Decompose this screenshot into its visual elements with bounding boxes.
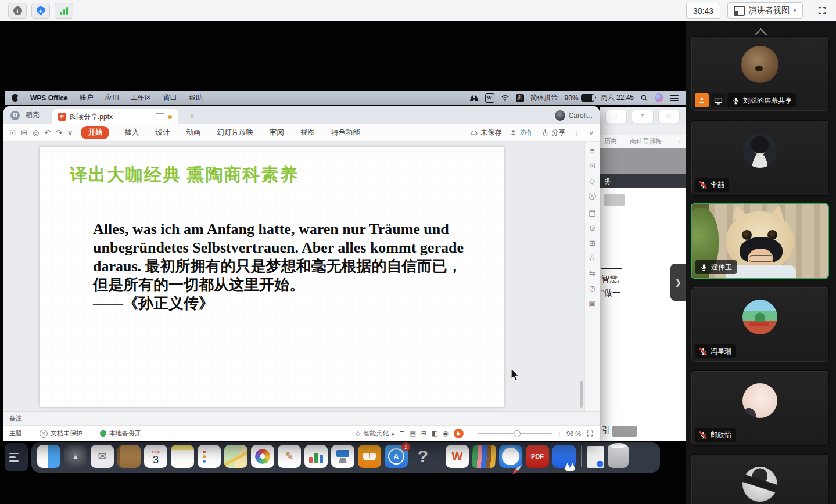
wps-office-icon[interactable]: W	[446, 445, 469, 468]
reminders-icon[interactable]	[198, 445, 221, 468]
books-icon[interactable]	[358, 445, 381, 468]
smart-beautify-button[interactable]: ◇ 智能美化 ▴	[356, 429, 394, 438]
spotlight-search-icon[interactable]	[640, 94, 648, 102]
security-button[interactable]: +	[31, 3, 50, 19]
ribbon-tab-view[interactable]: 视图	[299, 127, 316, 139]
slide-sorter-icon[interactable]: ⊞	[421, 430, 426, 437]
slide-canvas[interactable]: 译出大咖经典 熏陶商科素养 Alles, was ich am Anfang h…	[40, 147, 504, 407]
ribbon-tab-review[interactable]: 审阅	[268, 127, 285, 139]
protection-status[interactable]: ✕ 文档未保护	[40, 429, 82, 438]
image-tool-icon[interactable]: ▣	[589, 299, 595, 308]
preview-icon[interactable]: ◎	[33, 128, 39, 137]
document-tab[interactable]: P 阅读分享.pptx	[52, 109, 178, 124]
docer-tab[interactable]: 稻壳	[26, 110, 40, 120]
menubar-clock[interactable]: 周六 22:45	[601, 93, 634, 103]
network-stats-button[interactable]	[55, 3, 73, 19]
photos-icon[interactable]	[251, 445, 274, 468]
panel-toggle-button[interactable]: ❯	[670, 264, 686, 301]
participant-tile[interactable]: 郎欣怡	[691, 370, 829, 446]
fullscreen-button[interactable]	[815, 3, 829, 17]
launchpad-icon[interactable]: ▲	[64, 445, 87, 468]
normal-view-icon[interactable]: ▤	[410, 430, 415, 437]
redo-icon[interactable]: ↷	[56, 128, 62, 137]
participant-tile[interactable]: 李喆	[691, 120, 829, 196]
template-icon[interactable]: ⊙	[589, 224, 595, 232]
multi-window-icon[interactable]: ⊞	[589, 239, 595, 247]
print-icon[interactable]: ⊟	[21, 128, 27, 137]
record-icon[interactable]: ◉	[443, 430, 449, 437]
zoom-in-button[interactable]: +	[557, 430, 561, 437]
minimized-window-thumbnail[interactable]	[587, 446, 604, 468]
reading-view-icon[interactable]: ◧	[432, 430, 437, 437]
zoom-slider[interactable]	[478, 433, 552, 434]
effects-icon[interactable]: ✩	[589, 254, 595, 262]
mic-muted-icon[interactable]	[699, 181, 707, 189]
ribbon-tab-slideshow[interactable]: 幻灯片放映	[216, 127, 254, 139]
zoom-percent[interactable]: 96 %	[566, 430, 581, 437]
save-icon[interactable]: ⊡	[9, 128, 16, 137]
apple-menu-icon[interactable]	[12, 94, 19, 102]
shapes-icon[interactable]: ◇	[590, 177, 595, 185]
ribbon-tab-animation[interactable]: 动画	[185, 127, 202, 139]
slide-body-text[interactable]: Alles, was ich am Anfang hatte, waren nu…	[93, 220, 472, 313]
contacts-icon[interactable]	[117, 445, 141, 468]
tencent-meeting-icon[interactable]	[552, 445, 576, 468]
control-center-icon[interactable]	[670, 95, 679, 101]
zoom-out-button[interactable]: −	[469, 430, 472, 437]
menubar-app-name[interactable]: WPS Office	[30, 94, 68, 102]
mic-muted-icon[interactable]	[699, 348, 707, 355]
wps-menubar-icon[interactable]: W	[485, 93, 494, 103]
transition-icon[interactable]: ⇆	[589, 269, 595, 278]
menu-help[interactable]: 帮助	[189, 93, 203, 103]
menu-workspace[interactable]: 工作区	[131, 93, 152, 103]
slide-title[interactable]: 译出大咖经典 熏陶商科素养	[70, 163, 299, 187]
apps-grid-button[interactable]: ∷	[658, 110, 680, 123]
ime-icon[interactable]: 拼	[516, 94, 524, 102]
outline-view-icon[interactable]: ≣	[399, 430, 404, 437]
download-button[interactable]: ↓	[605, 110, 627, 123]
ime-name[interactable]: 简体拼音	[530, 93, 558, 103]
new-slide-icon[interactable]: ⊡	[589, 161, 595, 170]
menu-account[interactable]: 账户	[80, 93, 94, 103]
pdf-reader-icon[interactable]: PDF	[526, 445, 549, 468]
wordart-icon[interactable]: Ⓐ	[589, 192, 596, 202]
calendar-icon[interactable]: 12月 3	[144, 445, 167, 468]
history-icon[interactable]: ◷	[589, 284, 595, 293]
app-store-icon[interactable]: A 2	[385, 445, 408, 468]
participant-tile-speaking[interactable]: 逯仲玉	[691, 203, 829, 279]
safari-icon[interactable]	[499, 445, 522, 468]
meeting-info-button[interactable]: i	[8, 3, 27, 19]
ribbon-tab-special[interactable]: 特色功能	[330, 127, 361, 139]
share-button[interactable]: ↥	[632, 110, 653, 123]
vertical-scrollbar[interactable]	[580, 381, 583, 408]
numbers-icon[interactable]	[304, 445, 328, 468]
fit-slide-icon[interactable]	[586, 430, 594, 437]
mic-muted-icon[interactable]	[699, 431, 707, 439]
save-status[interactable]: 未保存	[470, 128, 501, 138]
wifi-icon[interactable]	[501, 93, 510, 102]
theme-button[interactable]: 主题	[9, 429, 22, 438]
collaborate-button[interactable]: 协作	[510, 128, 533, 138]
book-stack-app-icon[interactable]	[472, 445, 496, 468]
ribbon-tab-design[interactable]: 设计	[154, 127, 171, 139]
unknown-app-icon[interactable]: ?	[411, 445, 435, 468]
share-document-button[interactable]: 分享	[541, 128, 565, 138]
trash-icon[interactable]	[608, 445, 629, 468]
finder-icon[interactable]	[37, 445, 60, 468]
backup-status[interactable]: 本地备份开	[100, 429, 141, 438]
keynote-icon[interactable]	[331, 445, 354, 468]
layout-icon[interactable]: ▤	[589, 208, 595, 217]
siri-icon[interactable]	[655, 93, 663, 102]
bw-new-tab-button[interactable]: +	[677, 138, 681, 145]
menu-window[interactable]: 窗口	[163, 93, 177, 103]
sidebar-handle-icon[interactable]: ≡	[590, 146, 595, 155]
view-mode-button[interactable]: 演讲者视图 ▾	[727, 2, 803, 19]
play-slideshow-button[interactable]	[454, 429, 464, 438]
participant-tile[interactable]	[691, 454, 829, 504]
zoom-slider-knob[interactable]	[514, 430, 521, 437]
mic-on-icon[interactable]	[700, 264, 708, 271]
ribbon-tab-insert[interactable]: 插入	[123, 127, 140, 139]
meeting-menubar-icon[interactable]	[470, 95, 479, 101]
ribbon-more-icon[interactable]: ⋮	[573, 129, 580, 137]
notes-app-icon[interactable]	[171, 445, 194, 468]
